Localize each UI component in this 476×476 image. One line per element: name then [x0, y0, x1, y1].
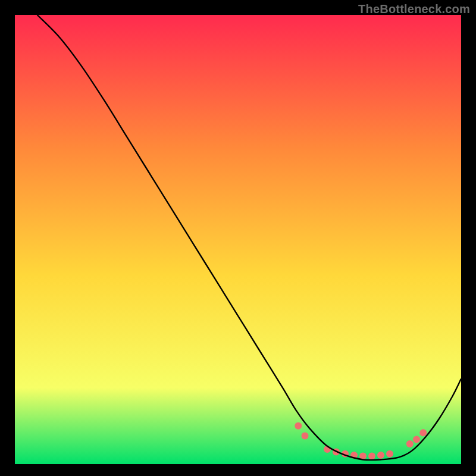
gradient-background — [15, 15, 461, 464]
watermark-text: TheBottleneck.com — [358, 2, 470, 16]
highlight-dot — [368, 452, 375, 459]
plot-area — [15, 15, 461, 464]
highlight-dot — [386, 450, 393, 458]
highlight-dot — [302, 432, 309, 439]
highlight-dot — [406, 440, 414, 447]
highlight-dot — [359, 452, 367, 459]
highlight-dot — [419, 429, 427, 436]
highlight-dot — [413, 436, 420, 443]
chart-stage: TheBottleneck.com — [0, 0, 476, 476]
chart-svg — [15, 15, 461, 464]
highlight-dot — [295, 422, 302, 430]
highlight-dot — [377, 452, 384, 459]
